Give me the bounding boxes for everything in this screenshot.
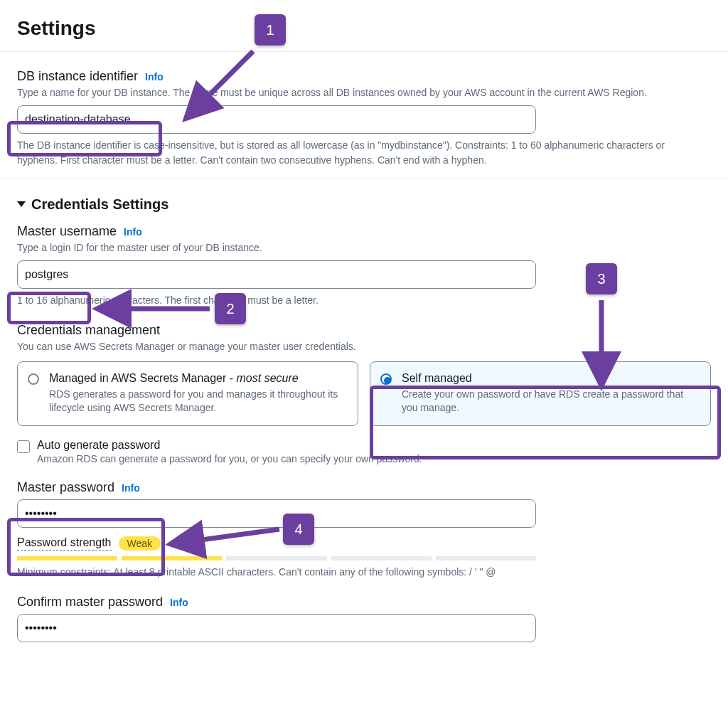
confirm-password-input[interactable] xyxy=(17,614,536,642)
master-password-input[interactable] xyxy=(17,499,536,528)
divider xyxy=(0,179,728,179)
self-managed-title: Self managed xyxy=(402,372,699,385)
annotation-badge-4: 4 xyxy=(283,514,314,545)
confirm-password-label: Confirm master password xyxy=(17,595,163,610)
master-username-constraints: 1 to 16 alphanumeric characters. The fir… xyxy=(17,293,700,307)
master-username-label: Master username xyxy=(17,224,117,239)
annotation-badge-2: 2 xyxy=(215,293,246,324)
db-identifier-info-link[interactable]: Info xyxy=(145,71,164,83)
auto-generate-password-checkbox[interactable]: Auto generate password Amazon RDS can ge… xyxy=(17,439,711,464)
credentials-management-label: Credentials management xyxy=(17,323,711,338)
master-password-info-link[interactable]: Info xyxy=(122,482,140,494)
divider xyxy=(0,51,728,52)
db-identifier-input[interactable] xyxy=(17,105,536,134)
password-strength-badge: Weak xyxy=(119,536,161,551)
master-password-label: Master password xyxy=(17,480,114,495)
credentials-management-help: You can use AWS Secrets Manager or manag… xyxy=(17,339,700,354)
page-title: Settings xyxy=(17,17,711,40)
confirm-password-info-link[interactable]: Info xyxy=(170,597,188,608)
auto-generate-desc: Amazon RDS can generate a password for y… xyxy=(37,453,422,464)
db-identifier-constraints: The DB instance identifier is case-insen… xyxy=(17,138,700,167)
caret-down-icon xyxy=(17,201,26,207)
credentials-section-title: Credentials Settings xyxy=(31,196,168,213)
password-strength-label: Password strength xyxy=(17,536,112,551)
password-constraints: Minimum constraints: At least 8 printabl… xyxy=(17,565,700,579)
password-strength-meter xyxy=(17,556,536,560)
checkbox-icon xyxy=(17,440,30,453)
self-managed-desc: Create your own password or have RDS cre… xyxy=(402,388,699,415)
credentials-option-self-managed[interactable]: Self managed Create your own password or… xyxy=(370,361,711,426)
credentials-option-secrets-manager[interactable]: Managed in AWS Secrets Manager - most se… xyxy=(17,361,358,426)
annotation-badge-3: 3 xyxy=(586,263,617,294)
secrets-manager-title: Managed in AWS Secrets Manager - most se… xyxy=(49,372,346,385)
master-username-input[interactable] xyxy=(17,260,536,289)
annotation-badge-1: 1 xyxy=(255,14,286,46)
secrets-manager-desc: RDS generates a password for you and man… xyxy=(49,388,346,415)
master-username-info-link[interactable]: Info xyxy=(124,226,142,238)
master-username-help: Type a login ID for the master user of y… xyxy=(17,240,700,255)
radio-icon xyxy=(28,373,39,385)
auto-generate-label: Auto generate password xyxy=(37,439,422,452)
credentials-section-toggle[interactable]: Credentials Settings xyxy=(17,196,711,213)
db-identifier-help: Type a name for your DB instance. The na… xyxy=(17,85,700,100)
radio-icon xyxy=(380,373,392,385)
db-identifier-label: DB instance identifier xyxy=(17,69,138,84)
